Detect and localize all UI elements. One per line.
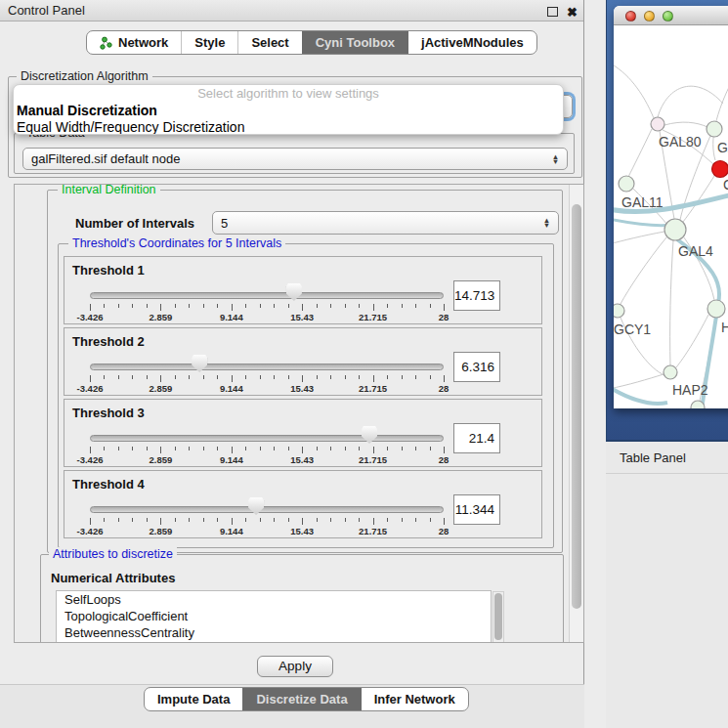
group-title: Discretization Algorithm <box>17 69 152 83</box>
panel-divider-strip <box>584 0 606 728</box>
dropdown-placeholder: Select algorithm to view settings <box>14 85 563 103</box>
tab-discretize-data[interactable]: Discretize Data <box>242 688 360 710</box>
number-of-intervals-value: 5 <box>221 216 228 231</box>
tab-label: Infer Network <box>374 688 455 710</box>
tab-label: jActiveMNodules <box>421 31 524 54</box>
threshold-label: Threshold 2 <box>72 334 145 349</box>
slider-track[interactable] <box>90 435 444 442</box>
node-h[interactable] <box>707 300 725 318</box>
apply-button[interactable]: Apply <box>257 656 333 677</box>
tab-select[interactable]: Select <box>237 31 301 54</box>
threshold-2-panel: Threshold 2 -3.4262.8599.14415.4321.7152… <box>64 327 542 396</box>
network-nodes <box>614 117 728 408</box>
algorithm-dropdown-popup: Select algorithm to view settings Manual… <box>13 84 564 135</box>
group-title: Attributes to discretize <box>49 547 177 561</box>
slider-track[interactable] <box>90 364 444 370</box>
threshold-value-field[interactable] <box>453 494 500 525</box>
scrollpane-scrollbar-thumb[interactable] <box>572 204 581 609</box>
list-item[interactable]: BetweennessCentrality <box>57 624 491 641</box>
float-window-icon[interactable] <box>547 7 558 17</box>
control-panel-titlebar: Control Panel ✖ <box>0 0 583 21</box>
tab-cyni-toolbox[interactable]: Cyni Toolbox <box>302 31 407 54</box>
tab-label: Discretize Data <box>256 688 347 710</box>
number-of-intervals-label: Number of Intervals <box>75 216 194 231</box>
network-icon <box>100 36 112 50</box>
node-label: GAL80 <box>659 134 702 150</box>
group-title: Interval Definition <box>58 184 160 196</box>
mac-zoom-button[interactable] <box>663 11 673 21</box>
tab-network[interactable]: Network <box>87 31 181 54</box>
node-partial[interactable] <box>691 401 705 408</box>
number-of-intervals-combobox[interactable]: 5 ▲▼ <box>212 211 559 235</box>
attributes-to-discretize-group: Attributes to discretize Numerical Attri… <box>40 554 564 643</box>
tab-infer-network[interactable]: Infer Network <box>361 688 468 710</box>
node-label: H <box>721 320 728 335</box>
slider-track[interactable] <box>90 292 444 299</box>
threshold-value-field[interactable] <box>453 423 500 453</box>
node-label: GA <box>717 140 728 155</box>
scrollpane-scrollbar[interactable] <box>569 185 583 642</box>
tab-label: Select <box>251 31 288 54</box>
table-data-value: galFiltered.sif default node <box>31 151 180 166</box>
table-panel-header: Table Panel <box>606 442 728 474</box>
network-canvas[interactable]: GAL80 GA C GAL11 GAL4 GCY1 H HAP2 <box>614 25 728 408</box>
numerical-attributes-list[interactable]: SelfLoopsTopologicalCoefficientBetweenne… <box>56 590 492 643</box>
list-item[interactable]: SelfLoops <box>57 591 491 608</box>
node-ga[interactable] <box>707 121 722 137</box>
mac-close-button[interactable] <box>625 11 636 21</box>
control-panel: Control Panel ✖ Network Style Select Cyn… <box>0 0 584 728</box>
table-panel-title: Table Panel <box>620 450 686 465</box>
cyni-bottom-tabs: Impute Data Discretize Data Infer Networ… <box>144 687 469 711</box>
threshold-1-panel: Threshold 1 -3.4262.8599.14415.4321.7152… <box>64 256 542 324</box>
tab-jactivemnodules[interactable]: jActiveMNodules <box>407 31 536 54</box>
control-panel-title: Control Panel <box>8 3 85 18</box>
interval-definition-group: Interval Definition Number of Intervals … <box>47 190 563 553</box>
dropdown-option-equal-width-frequency[interactable]: Equal Width/Frequency Discretization <box>14 119 563 135</box>
network-window: GAL80 GA C GAL11 GAL4 GCY1 H HAP2 <box>614 6 728 408</box>
control-panel-tabs: Network Style Select Cyni Toolbox jActiv… <box>86 30 537 55</box>
tab-style[interactable]: Style <box>181 31 237 54</box>
mac-minimize-button[interactable] <box>644 11 655 21</box>
node-gcy1[interactable] <box>614 304 624 318</box>
combo-arrows-icon: ▲▼ <box>551 154 560 164</box>
dropdown-option-manual-discretization[interactable]: Manual Discretization <box>14 103 563 119</box>
slider-track[interactable] <box>90 506 444 513</box>
threshold-label: Threshold 4 <box>72 477 145 492</box>
tab-label: Cyni Toolbox <box>316 31 395 54</box>
table-panel-body: ⚙ ☑☑ shared... na YDL19...YDL19YDR27...Y… <box>606 474 728 728</box>
list-item[interactable]: TopologicalCoefficient <box>57 608 491 624</box>
tab-label: Style <box>194 31 225 54</box>
thresholds-group: Threshold's Coordinates for 5 Intervals … <box>58 243 554 548</box>
node-gal4[interactable] <box>664 219 686 240</box>
list-scrollbar-thumb[interactable] <box>494 593 502 640</box>
node-label: GAL11 <box>621 194 664 210</box>
node-hap2[interactable] <box>664 365 677 379</box>
node-gal11[interactable] <box>619 176 634 192</box>
node-label: C <box>723 177 728 193</box>
threshold-3-panel: Threshold 3 -3.4262.8599.14415.4321.7152… <box>64 399 542 467</box>
node-label: HAP2 <box>672 382 708 398</box>
tab-label: Network <box>118 31 168 54</box>
combo-arrows-icon: ▲▼ <box>542 218 551 228</box>
tab-impute-data[interactable]: Impute Data <box>145 688 242 710</box>
numerical-attributes-label: Numerical Attributes <box>51 571 175 585</box>
table-data-group: Table Data galFiltered.sif default node … <box>14 133 575 174</box>
node-label: GAL4 <box>678 243 713 259</box>
node-gal80[interactable] <box>651 117 664 131</box>
network-window-titlebar[interactable] <box>614 6 728 25</box>
group-title: Threshold's Coordinates for 5 Intervals <box>68 236 285 250</box>
table-data-combobox[interactable]: galFiltered.sif default node ▲▼ <box>22 148 568 170</box>
threshold-label: Threshold 1 <box>72 263 145 278</box>
node-label: GCY1 <box>614 321 651 337</box>
threshold-value-field[interactable] <box>453 352 500 382</box>
threshold-4-panel: Threshold 4 -3.4262.8599.14415.4321.7152… <box>64 470 542 538</box>
tab-label: Impute Data <box>157 688 230 710</box>
threshold-value-field[interactable] <box>453 280 500 311</box>
list-scrollbar[interactable] <box>492 591 504 643</box>
settings-scrollpane: Interval Definition Number of Intervals … <box>14 184 584 643</box>
node-red-selected[interactable] <box>712 161 728 178</box>
close-icon[interactable]: ✖ <box>567 2 578 23</box>
threshold-label: Threshold 3 <box>72 406 145 420</box>
